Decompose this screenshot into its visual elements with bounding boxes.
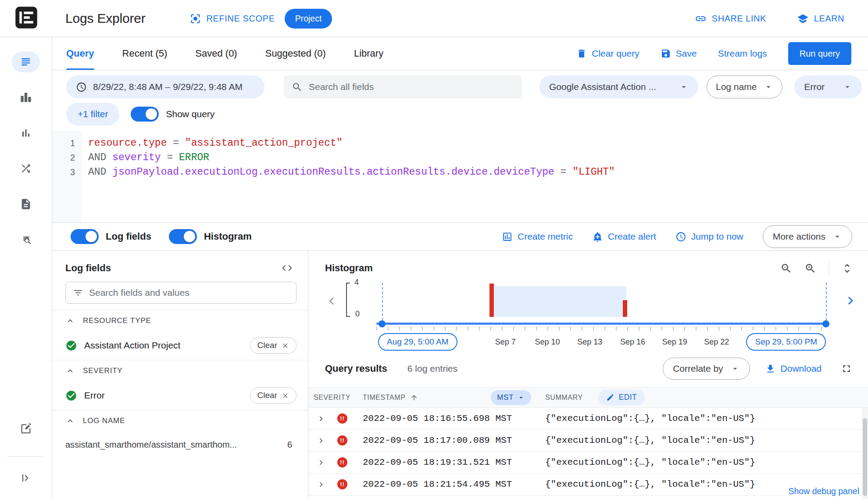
section-resource-type[interactable]: RESOURCE TYPE (52, 310, 308, 331)
search-all-fields-input[interactable] (309, 82, 514, 92)
download-icon (765, 363, 776, 374)
create-metric-button[interactable]: Create metric (502, 231, 573, 242)
row-summary: {"executionLog":{…}, "locale":"en-US"} (545, 457, 755, 467)
create-alert-button[interactable]: Create alert (592, 231, 656, 242)
severity-item[interactable]: Error Clear (52, 381, 308, 410)
histogram-next-button[interactable] (843, 293, 858, 309)
log-metrics-icon (20, 127, 32, 139)
learn-button[interactable]: LEARN (797, 13, 844, 25)
query-editor[interactable]: 1 2 3 resource.type = "assistant_action_… (52, 131, 868, 223)
keyboard-tab-icon (20, 472, 32, 484)
histogram-range-line-start (382, 283, 383, 325)
range-start-pill[interactable]: Aug 29, 5:00 AM (378, 333, 457, 351)
cloud-logging-logo[interactable] (14, 6, 38, 31)
histogram-prev-button[interactable] (324, 294, 339, 309)
sidebar-item-logs-explorer[interactable] (12, 51, 40, 72)
resource-type-item[interactable]: Assistant Action Project Clear (52, 331, 308, 360)
clock-icon (675, 231, 686, 242)
log-name-dropdown[interactable]: Log name (707, 75, 782, 98)
row-timestamp: 2022-09-05 18:17:00.089 MST (363, 435, 512, 445)
table-row[interactable]: !! 2022-09-05 18:16:55.698 MST {"executi… (308, 408, 868, 430)
expand-row-icon[interactable] (316, 414, 326, 424)
timezone-dropdown[interactable]: MST (491, 390, 531, 405)
sort-ascending-icon[interactable] (410, 394, 418, 402)
resource-filter-dropdown[interactable]: Google Assistant Action ... (539, 75, 698, 98)
log-fields-search (65, 282, 296, 304)
section-severity[interactable]: SEVERITY (52, 360, 308, 381)
severity-filter-dropdown[interactable]: Error (794, 75, 862, 98)
log-name-item[interactable]: assistant_smarthome/assistant_smarthom..… (52, 431, 308, 458)
top-header: Logs Explorer REFINE SCOPE Project SHARE… (0, 0, 868, 37)
clear-resource-type-button[interactable]: Clear (250, 337, 296, 354)
sidebar-item-log-analytics[interactable] (12, 229, 40, 250)
time-range-filter[interactable]: 8/29/22, 8:48 AM – 9/29/22, 9:48 AM (66, 75, 264, 98)
jump-to-now-label: Jump to now (691, 231, 743, 242)
histogram-toggle[interactable] (169, 229, 197, 244)
line-number: 3 (52, 165, 75, 179)
add-filter-button[interactable]: +1 filter (66, 103, 119, 126)
jump-to-now-button[interactable]: Jump to now (675, 231, 743, 242)
editor-code-area[interactable]: resource.type = "assistant_action_projec… (82, 131, 868, 223)
table-row[interactable]: !! 2022-09-05 18:21:54.495 MST {"executi… (308, 474, 868, 495)
tab-library[interactable]: Library (354, 37, 383, 70)
tab-query[interactable]: Query (66, 37, 94, 70)
sidebar-item-logs-dashboard[interactable] (12, 87, 40, 108)
line-number: 2 (52, 151, 75, 165)
download-button[interactable]: Download (765, 363, 822, 374)
share-link-button[interactable]: SHARE LINK (695, 13, 766, 25)
create-metric-label: Create metric (518, 231, 573, 242)
section-log-name[interactable]: LOG NAME (52, 410, 308, 431)
sidebar-collapse-button[interactable] (12, 467, 40, 488)
project-scope-badge[interactable]: Project (285, 9, 332, 29)
show-query-toggle[interactable] (131, 107, 159, 122)
scrollbar-thumb[interactable] (863, 418, 867, 496)
expand-row-icon[interactable] (316, 458, 326, 467)
create-alert-label: Create alert (608, 231, 656, 242)
tab-saved[interactable]: Saved (0) (195, 37, 237, 70)
sidebar-item-logs-storage[interactable] (12, 194, 40, 215)
tab-recent[interactable]: Recent (5) (122, 37, 168, 70)
slider-tick-marks (376, 327, 828, 330)
unfold-more-icon[interactable] (841, 262, 853, 274)
expand-row-icon[interactable] (316, 436, 326, 445)
sidebar-item-log-based-metrics[interactable] (12, 122, 40, 144)
code-icon[interactable] (281, 262, 293, 274)
clear-label: Clear (257, 341, 277, 350)
vertical-scrollbar[interactable] (862, 408, 868, 499)
y-axis-min-label: 0 (355, 309, 360, 319)
table-row[interactable]: !! 2022-09-05 18:17:00.089 MST {"executi… (308, 430, 868, 452)
histogram-axis-labels: Aug 29, 5:00 AM Sep 29, 5:00 PM Sep 7Sep… (376, 333, 828, 352)
stream-logs-button[interactable]: Stream logs (718, 48, 767, 59)
tab-suggested[interactable]: Suggested (0) (265, 37, 326, 70)
time-range-slider[interactable] (376, 323, 828, 325)
logs-dashboard-icon (20, 91, 32, 104)
zoom-out-icon[interactable] (780, 262, 792, 274)
sidebar-item-edit-note[interactable] (12, 418, 40, 439)
save-button[interactable]: Save (661, 48, 697, 59)
expand-row-icon[interactable] (316, 480, 326, 489)
refine-scope-button[interactable]: REFINE SCOPE (189, 13, 275, 25)
fullscreen-button[interactable] (841, 363, 852, 374)
range-end-pill[interactable]: Sep 29, 5:00 PM (746, 333, 826, 351)
refine-scope-icon (189, 13, 201, 25)
filter-bar: 8/29/22, 8:48 AM – 9/29/22, 9:48 AM Goog… (52, 70, 868, 131)
log-analytics-icon (20, 233, 32, 246)
run-query-button[interactable]: Run query (788, 42, 851, 65)
show-debug-panel-link[interactable]: Show debug panel (785, 486, 859, 496)
histogram-plot[interactable] (376, 284, 828, 317)
edit-summary-button[interactable]: EDIT (598, 390, 645, 406)
sidebar-item-logs-router[interactable] (12, 158, 40, 179)
more-actions-button[interactable]: More actions (763, 225, 852, 248)
clear-query-button[interactable]: Clear query (576, 48, 639, 59)
query-results-section: Query results 6 log entries Correlate by… (308, 354, 868, 499)
histogram-axis-label: Sep 7 (495, 337, 516, 347)
correlate-by-button[interactable]: Correlate by (663, 358, 750, 380)
log-fields-toggle[interactable] (71, 229, 99, 244)
column-timestamp[interactable]: TIMESTAMP (363, 394, 406, 402)
time-range-label: 8/29/22, 8:48 AM – 9/29/22, 9:48 AM (93, 82, 243, 92)
chevron-down-icon (679, 82, 689, 92)
zoom-in-icon[interactable] (804, 262, 816, 274)
table-row[interactable]: !! 2022-09-05 18:19:31.521 MST {"executi… (308, 452, 868, 474)
clear-severity-button[interactable]: Clear (250, 387, 296, 404)
log-fields-search-input[interactable] (89, 287, 289, 298)
